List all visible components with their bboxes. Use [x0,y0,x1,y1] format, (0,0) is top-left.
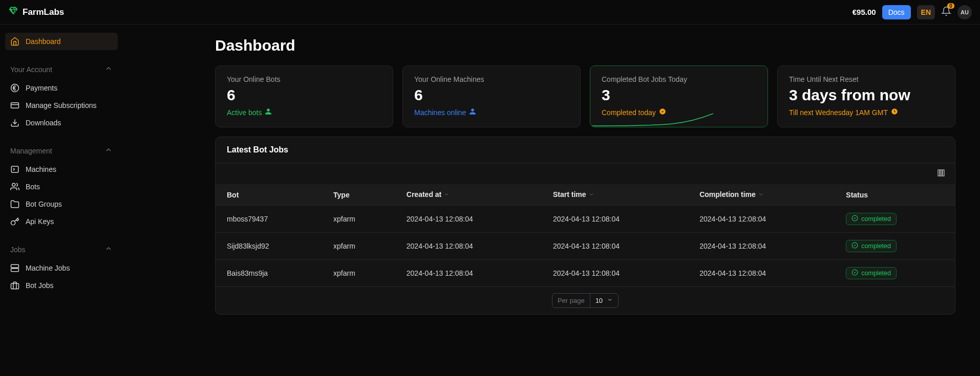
stat-value: 6 [414,86,569,104]
brand-label: FarmLabs [23,7,64,17]
stat-sub: Active bots [227,108,381,117]
jobs-table: Bot Type Created at Start time Completio… [216,184,955,286]
col-type[interactable]: Type [322,184,395,206]
stat-value: 3 [602,86,756,104]
svg-rect-7 [11,283,19,289]
sidebar-item-subscriptions[interactable]: Manage Subscriptions [5,97,118,114]
stats-row: Your Online Bots 6 Active bots Your Onli… [215,65,955,127]
stat-sub: Completed today [602,108,756,117]
sidebar-item-payments[interactable]: Payments [5,79,118,97]
status-text: completed [861,215,891,223]
table-toolbar [216,163,955,184]
pager: Per page 10 [216,286,955,314]
sidebar-section-jobs: Jobs Machine Jobs Bot Jobs [5,241,118,294]
sidebar-item-machine-jobs[interactable]: Machine Jobs [5,259,118,277]
brand[interactable]: FarmLabs [8,6,64,18]
stat-card-next-reset: Time Until Next Reset 3 days from now Ti… [777,65,955,127]
cell-type: xpfarm [322,233,395,260]
sidebar-item-bots[interactable]: Bots [5,178,118,195]
cell-type: xpfarm [322,206,395,233]
header: FarmLabs €95.00 Docs EN 0 AU [0,0,980,25]
user-icon [469,108,476,117]
avatar[interactable]: AU [957,5,972,19]
sidebar-item-label: Machines [26,165,56,173]
sidebar-section-management: Management Machines Bots Bot Groups [5,143,118,230]
stat-card-online-bots: Your Online Bots 6 Active bots [215,65,393,127]
cell-created: 2024-04-13 12:08:04 [395,206,542,233]
sidebar-section-label: Management [10,147,52,155]
page-title: Dashboard [215,37,955,54]
cell-status: completed [835,260,955,287]
status-badge: completed [846,240,897,252]
cell-bot: Sijd83lksjd92 [216,233,322,260]
folder-icon [10,200,19,209]
col-created[interactable]: Created at [395,184,542,206]
sidebar-section-label: Jobs [10,246,26,254]
cell-type: xpfarm [322,260,395,287]
status-badge: completed [846,213,897,225]
col-completion[interactable]: Completion time [688,184,835,206]
sidebar-item-label: Bot Jobs [26,281,53,290]
sidebar-item-downloads[interactable]: Downloads [5,114,118,131]
jobs-panel: Latest Bot Jobs Bot Type Created at Star… [215,137,955,315]
sidebar: Dashboard Your Account Payments Manage S… [0,25,123,327]
cell-start: 2024-04-13 12:08:04 [542,260,688,287]
sidebar-item-label: Api Keys [26,217,54,226]
cell-created: 2024-04-13 12:08:04 [395,260,542,287]
stat-label: Your Online Machines [414,75,569,83]
notifications-button[interactable]: 0 [941,6,951,18]
language-button[interactable]: EN [917,5,935,19]
euro-icon [10,83,19,93]
cell-status: completed [835,206,955,233]
sidebar-item-bot-jobs[interactable]: Bot Jobs [5,277,118,294]
home-icon [10,37,19,46]
stat-value: 6 [227,86,381,104]
cell-end: 2024-04-13 12:08:04 [688,233,835,260]
sidebar-item-label: Payments [26,84,57,92]
sidebar-item-dashboard[interactable]: Dashboard [5,33,118,50]
sidebar-section-head-management[interactable]: Management [5,143,118,159]
clock-icon [891,108,898,117]
sidebar-section-head-jobs[interactable]: Jobs [5,241,118,257]
server-icon [10,263,19,273]
sidebar-item-label: Manage Subscriptions [26,101,97,109]
pager-select[interactable]: 10 [590,294,618,307]
sidebar-item-bot-groups[interactable]: Bot Groups [5,195,118,213]
cell-bot: Bais83ms9ja [216,260,322,287]
table-row: Bais83ms9jaxpfarm2024-04-13 12:08:042024… [216,260,955,287]
stat-sub-text: Till next Wednesday 1AM GMT [789,108,888,117]
svg-rect-5 [11,264,19,268]
sidebar-section-head-account[interactable]: Your Account [5,61,118,77]
svg-rect-1 [11,103,19,108]
svg-rect-11 [941,170,942,176]
sidebar-section-label: Your Account [10,65,52,74]
check-circle-icon [659,108,666,117]
stat-label: Time Until Next Reset [789,75,944,83]
panel-title: Latest Bot Jobs [216,137,955,163]
briefcase-icon [10,281,19,290]
col-start[interactable]: Start time [542,184,688,206]
sort-icon [443,191,450,199]
stat-sub-text: Active bots [227,108,262,117]
columns-button[interactable] [936,168,946,179]
download-icon [10,118,19,127]
status-badge: completed [846,267,897,279]
sidebar-item-label: Downloads [26,119,61,127]
table-row: Sijd83lksjd92xpfarm2024-04-13 12:08:0420… [216,233,955,260]
cell-created: 2024-04-13 12:08:04 [395,233,542,260]
check-circle-icon [851,269,858,277]
docs-button[interactable]: Docs [882,5,911,19]
stat-value: 3 days from now [789,86,944,104]
col-bot[interactable]: Bot [216,184,322,206]
stat-card-online-machines: Your Online Machines 6 Machines online [402,65,581,127]
card-icon [10,101,19,110]
col-status[interactable]: Status [835,184,955,206]
sidebar-item-label: Dashboard [26,37,61,46]
chevron-up-icon [104,64,113,74]
table-row: mboss79437xpfarm2024-04-13 12:08:042024-… [216,206,955,233]
users-icon [10,182,19,191]
header-right: €95.00 Docs EN 0 AU [853,5,972,19]
sidebar-item-machines[interactable]: Machines [5,161,118,178]
sidebar-item-label: Bot Groups [26,200,62,208]
sidebar-item-api-keys[interactable]: Api Keys [5,213,118,230]
